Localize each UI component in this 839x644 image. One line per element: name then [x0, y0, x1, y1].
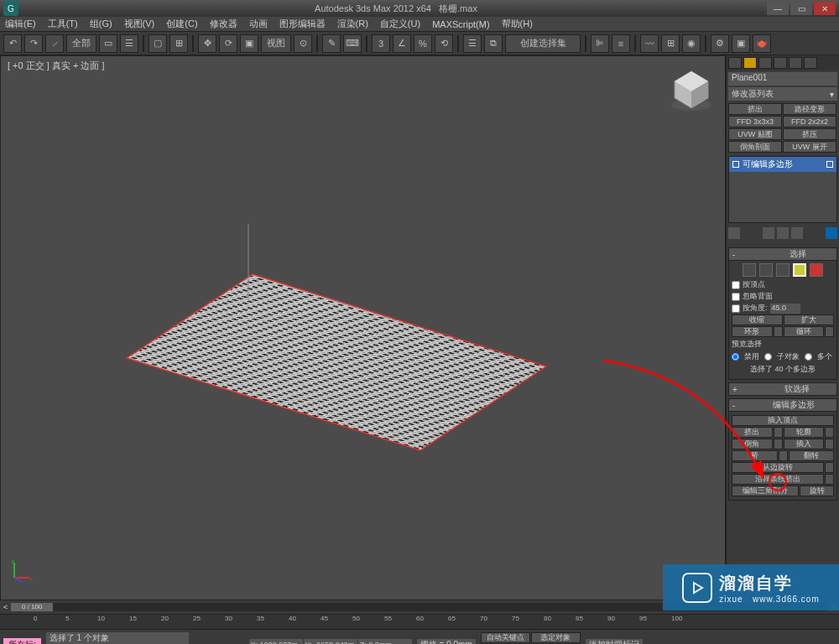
hinge-settings-button[interactable]	[825, 462, 834, 473]
time-handle[interactable]: 0 / 100	[11, 603, 53, 611]
layers-button[interactable]: ≡	[612, 34, 630, 53]
ring-button[interactable]: 环形	[732, 326, 773, 337]
object-name-field[interactable]: Plane001	[728, 72, 837, 86]
loop-opt-icon[interactable]	[825, 326, 834, 337]
menu-script[interactable]: MAXScript(M)	[432, 19, 489, 29]
select-button[interactable]: ▭	[99, 34, 117, 53]
percent-snap[interactable]: %	[414, 34, 432, 53]
ref-coord[interactable]: 视图	[261, 34, 291, 53]
menu-anim[interactable]: 动画	[249, 18, 268, 30]
render-setup-icon[interactable]: ⚙	[711, 34, 729, 53]
inset-button[interactable]: 插入	[784, 439, 825, 449]
viewport[interactable]: [ +0 正交 ] 真实 + 边面 ] xy	[0, 55, 726, 600]
menu-create[interactable]: 创建(C)	[166, 18, 197, 30]
align-button[interactable]: ⊫	[591, 34, 609, 53]
ignore-back-checkbox[interactable]	[732, 293, 740, 301]
maximize-button[interactable]: ▭	[790, 2, 812, 15]
modifier-list-dropdown[interactable]: 修改器列表▾	[728, 87, 837, 101]
shrink-button[interactable]: 收缩	[732, 314, 783, 325]
hinge-button[interactable]: 从边旋转	[732, 462, 824, 473]
edge-sub-icon[interactable]	[759, 263, 773, 277]
show-end-icon[interactable]	[763, 227, 774, 239]
rotate-button[interactable]: ⟳	[219, 34, 237, 53]
menu-group[interactable]: 组(G)	[90, 18, 112, 30]
script-listener[interactable]: 所在行:	[3, 638, 41, 645]
mod-ffd2[interactable]: FFD 2x2x2	[783, 116, 836, 127]
snap-toggle[interactable]: 3	[372, 34, 390, 53]
mirror-button[interactable]: ⧉	[484, 34, 503, 53]
mod-extrude[interactable]: 挤出	[728, 103, 782, 115]
make-unique-icon[interactable]	[777, 227, 789, 239]
mod-squeeze[interactable]: 挤压	[783, 128, 836, 140]
select-name-button[interactable]: ☰	[120, 34, 138, 53]
curve-editor-icon[interactable]: 〰	[640, 34, 659, 53]
mod-uvwmap[interactable]: UVW 贴图	[728, 128, 782, 140]
modify-tab-icon[interactable]	[743, 57, 757, 69]
named-sel-icon[interactable]: ☰	[463, 34, 482, 53]
render-frame-icon[interactable]: ▣	[732, 34, 750, 53]
inset-settings-button[interactable]	[825, 439, 834, 449]
coord-z[interactable]: Z: 0.0mm	[358, 639, 412, 645]
configure-sets-icon[interactable]	[826, 227, 837, 239]
coord-y[interactable]: Y: -6658.049m	[304, 639, 357, 645]
autokey-button[interactable]: 自动关键点	[481, 632, 530, 643]
keyboard-icon[interactable]: ⌨	[343, 34, 362, 53]
loop-button[interactable]: 循环	[784, 326, 825, 337]
pivot-icon[interactable]: ⊙	[294, 34, 312, 53]
ring-opt-icon[interactable]	[774, 326, 783, 337]
spinner-snap[interactable]: ⟲	[435, 34, 453, 53]
insert-vertex-button[interactable]: 插入顶点	[732, 415, 834, 426]
selection-filter[interactable]: 全部	[66, 34, 96, 53]
motion-tab-icon[interactable]	[774, 57, 787, 69]
window-cross-icon[interactable]: ⊞	[169, 34, 188, 53]
modifier-stack[interactable]: 可编辑多边形	[728, 156, 837, 223]
manip-button[interactable]: ✎	[322, 34, 341, 53]
preview-disable-radio[interactable]	[732, 353, 739, 361]
bevel-button[interactable]: 倒角	[732, 439, 773, 449]
pin-stack-icon[interactable]	[728, 227, 740, 239]
move-button[interactable]: ✥	[198, 34, 216, 53]
schematic-icon[interactable]: ⊞	[661, 34, 680, 53]
add-time-tag[interactable]: 添加时间标记	[586, 639, 643, 645]
material-editor-icon[interactable]: ◉	[682, 34, 701, 53]
bridge-button[interactable]: 桥	[732, 450, 778, 461]
extrude-spline-button[interactable]: 沿样条线挤出	[732, 474, 824, 485]
edit-tri-button[interactable]: 编辑三角剖分	[732, 486, 799, 496]
undo-button[interactable]: ↶	[3, 34, 22, 53]
turn-button[interactable]: 旋转	[800, 486, 834, 496]
minimize-button[interactable]: —	[767, 2, 789, 15]
angle-snap[interactable]: ∠	[393, 34, 411, 53]
preview-multi-radio[interactable]	[805, 353, 812, 361]
extrude-button[interactable]: 挤出	[732, 427, 773, 438]
angle-spinner[interactable]: 45.0	[770, 304, 800, 314]
outline-button[interactable]: 轮廓	[784, 427, 825, 438]
link-button[interactable]: ⟋	[45, 34, 64, 53]
bevel-settings-button[interactable]	[774, 439, 783, 449]
menu-graph[interactable]: 图形编辑器	[279, 18, 326, 30]
menu-help[interactable]: 帮助(H)	[502, 18, 533, 30]
border-sub-icon[interactable]	[776, 263, 789, 277]
extrude-settings-button[interactable]	[774, 427, 783, 438]
preview-subobj-radio[interactable]	[764, 353, 772, 361]
mod-bevelprofile[interactable]: 倒角剖面	[728, 141, 782, 153]
scale-button[interactable]: ▣	[240, 34, 258, 53]
stack-editable-poly[interactable]: 可编辑多边形	[729, 157, 836, 172]
menu-modifier[interactable]: 修改器	[210, 18, 237, 30]
close-button[interactable]: ✕	[814, 2, 836, 15]
coord-x[interactable]: X: 1980.927m	[249, 639, 303, 645]
by-vertex-checkbox[interactable]	[732, 281, 740, 289]
mod-ffd3[interactable]: FFD 3x3x3	[728, 116, 782, 127]
outline-settings-button[interactable]	[825, 427, 834, 438]
menu-edit[interactable]: 编辑(E)	[5, 18, 36, 30]
flip-button[interactable]: 翻转	[789, 450, 835, 461]
sel-set-dropdown[interactable]: 选定对象	[531, 632, 581, 643]
vertex-sub-icon[interactable]	[743, 263, 756, 277]
time-ruler[interactable]: /* ticks rendered below via JS */ 051015…	[0, 614, 839, 629]
hierarchy-tab-icon[interactable]	[758, 57, 772, 69]
menu-view[interactable]: 视图(V)	[124, 18, 155, 30]
redo-button[interactable]: ↷	[24, 34, 43, 53]
element-sub-icon[interactable]	[810, 263, 823, 277]
rollout-editpoly-header[interactable]: -编辑多边形	[728, 398, 837, 412]
by-angle-checkbox[interactable]	[732, 304, 740, 313]
menu-custom[interactable]: 自定义(U)	[380, 18, 420, 30]
